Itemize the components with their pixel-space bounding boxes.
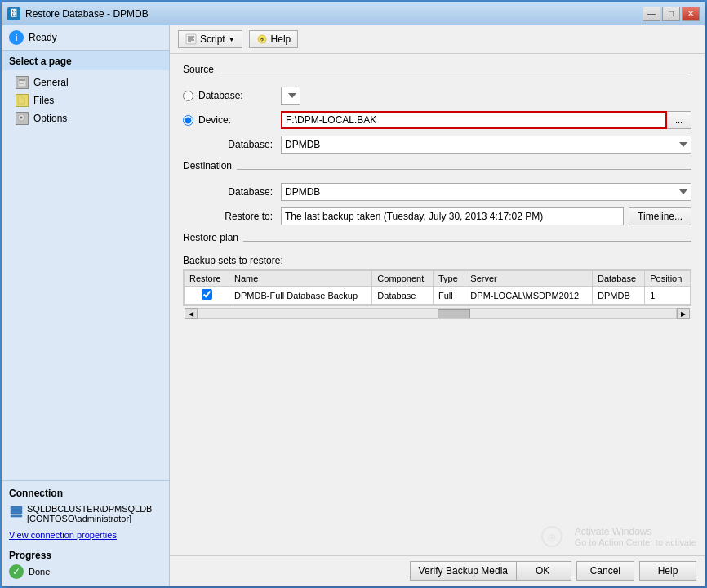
device-path-input[interactable] (281, 111, 667, 129)
destination-label: Destination (183, 160, 232, 172)
content-area: i Ready Select a page General Files (2, 25, 705, 586)
nav-items: General Files Options (2, 70, 169, 131)
database-radio-row: Database: (183, 87, 691, 105)
destination-section: Destination Database: DPMDB Restore to: (183, 160, 691, 225)
title-bar-left: 🗄 Restore Database - DPMDB (7, 7, 149, 20)
connection-server: SQLDBCLUSTER\DPMSQLDB (27, 504, 152, 514)
database-source-select[interactable] (281, 87, 300, 105)
script-button[interactable]: Script ▼ (178, 30, 242, 48)
svg-point-5 (20, 117, 23, 119)
progress-item: ✓ Done (9, 564, 162, 579)
status-text: Ready (29, 32, 57, 43)
svg-rect-1 (19, 79, 25, 81)
restore-to-input[interactable] (281, 207, 624, 225)
cancel-button[interactable]: Cancel (576, 561, 634, 581)
title-bar: 🗄 Restore Database - DPMDB — □ ✕ (2, 2, 705, 25)
restore-plan-label: Restore plan (183, 232, 238, 243)
minimize-button[interactable]: — (643, 7, 660, 21)
col-server: Server (465, 271, 593, 287)
server-icon (9, 504, 24, 519)
sidebar-item-options[interactable]: Options (2, 109, 169, 127)
database-radio-text: Database: (198, 90, 243, 101)
timeline-button[interactable]: Timeline... (629, 207, 691, 225)
database-select[interactable]: DPMDB (281, 136, 691, 154)
col-component: Component (372, 271, 434, 287)
row-restore-checkbox[interactable] (202, 289, 212, 300)
col-database: Database (593, 271, 645, 287)
connection-label: Connection (9, 488, 162, 499)
script-dropdown-icon: ▼ (229, 36, 235, 43)
database-select-label: Database: (183, 139, 281, 150)
horizontal-scrollbar[interactable]: ◀ ▶ (183, 305, 691, 321)
maximize-button[interactable]: □ (662, 7, 680, 21)
general-label: General (33, 77, 69, 88)
table-header-row: Restore Name Component Type Server Datab… (185, 271, 691, 287)
status-bar: i Ready (2, 25, 169, 51)
verify-backup-button[interactable]: Verify Backup Media (410, 561, 517, 581)
device-radio[interactable] (183, 115, 193, 126)
script-icon (185, 33, 197, 45)
svg-rect-8 (11, 514, 22, 517)
sidebar: i Ready Select a page General Files (2, 25, 170, 586)
svg-rect-7 (11, 510, 22, 514)
col-type: Type (433, 271, 465, 287)
form-panel: Source Database: (170, 54, 705, 555)
restore-plan-section: Restore plan Backup sets to restore: Res… (183, 232, 691, 321)
help-footer-button[interactable]: Help (639, 561, 696, 581)
row-type: Full (433, 287, 465, 305)
scroll-right-button[interactable]: ▶ (677, 308, 690, 319)
script-label: Script (200, 33, 225, 45)
progress-status: Done (29, 567, 50, 577)
col-name: Name (229, 271, 372, 287)
device-radio-text: Device: (198, 114, 231, 126)
svg-rect-3 (19, 83, 24, 84)
row-restore-checkbox-cell (185, 287, 229, 305)
browse-button[interactable]: ... (667, 111, 691, 129)
title-buttons: — □ ✕ (643, 7, 700, 21)
svg-rect-6 (11, 506, 22, 510)
window-icon: 🗄 (7, 7, 20, 20)
device-radio-label[interactable]: Device: (183, 114, 281, 126)
sidebar-item-files[interactable]: Files (2, 91, 169, 109)
table-row: DPMDB-Full Database Backup Database Full… (185, 287, 691, 305)
col-position: Position (645, 271, 691, 287)
row-component: Database (372, 287, 434, 305)
row-name: DPMDB-Full Database Backup (229, 287, 372, 305)
main-panel: Script ▼ ? Help Source (170, 25, 705, 586)
source-label: Source (183, 64, 214, 75)
help-label: Help (271, 33, 291, 45)
files-label: Files (33, 95, 54, 106)
general-icon (16, 76, 29, 89)
dest-database-label: Database: (183, 186, 281, 198)
sidebar-item-general[interactable]: General (2, 74, 169, 91)
bottom-bar: ⊕ Activate Windows Go to Action Center t… (170, 555, 705, 586)
scroll-thumb[interactable] (438, 309, 470, 318)
help-button[interactable]: ? Help (249, 30, 299, 48)
main-window: 🗄 Restore Database - DPMDB — □ ✕ i Ready… (2, 2, 705, 586)
row-database: DPMDB (593, 287, 645, 305)
options-label: Options (33, 113, 67, 124)
device-radio-row: Device: ... (183, 111, 691, 129)
scroll-track[interactable] (198, 308, 677, 319)
scroll-left-button[interactable]: ◀ (185, 308, 198, 319)
connection-user: [CONTOSO\administrator] (27, 514, 152, 523)
close-button[interactable]: ✕ (682, 7, 700, 21)
database-radio[interactable] (183, 91, 193, 101)
database-select-row: Database: DPMDB (183, 136, 691, 154)
ok-button[interactable]: OK (514, 561, 571, 581)
progress-label: Progress (9, 550, 162, 561)
window-title: Restore Database - DPMDB (25, 8, 149, 20)
restore-to-row: Restore to: Timeline... (183, 207, 691, 225)
toolbar: Script ▼ ? Help (170, 25, 705, 54)
backup-sets-label: Backup sets to restore: (183, 255, 691, 266)
backup-table-container: Restore Name Component Type Server Datab… (183, 270, 691, 305)
col-restore: Restore (185, 271, 229, 287)
view-connection-link[interactable]: View connection properties (9, 530, 162, 540)
done-icon: ✓ (9, 564, 24, 579)
database-radio-label[interactable]: Database: (183, 90, 281, 101)
destination-database-select[interactable]: DPMDB (281, 183, 691, 201)
device-input-group: ... (281, 111, 691, 129)
select-page-label: Select a page (2, 51, 169, 70)
restore-to-label: Restore to: (183, 211, 281, 222)
progress-section: Progress ✓ Done (9, 550, 162, 579)
